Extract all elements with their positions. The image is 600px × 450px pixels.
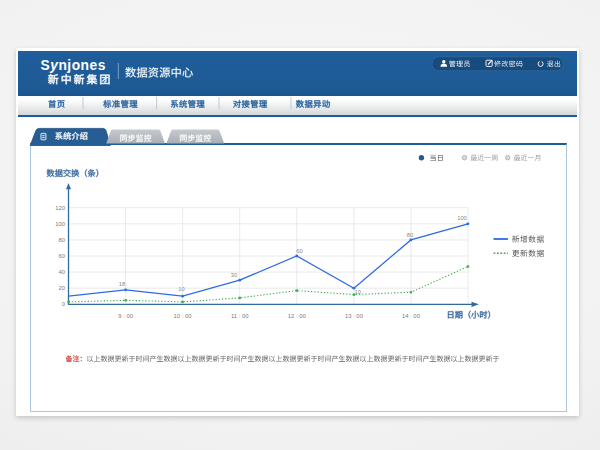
svg-text:10: 10 — [178, 286, 184, 292]
svg-text:40: 40 — [58, 269, 65, 275]
svg-text:12 : 00: 12 : 00 — [288, 313, 307, 319]
svg-text:60: 60 — [296, 248, 302, 254]
svg-text:30: 30 — [231, 272, 237, 278]
svg-text:100: 100 — [55, 221, 66, 227]
svg-text:18: 18 — [119, 281, 125, 287]
svg-text:80: 80 — [58, 237, 65, 243]
svg-text:11 : 00: 11 : 00 — [231, 313, 249, 319]
svg-text:120: 120 — [55, 205, 66, 211]
svg-text:10 : 00: 10 : 00 — [174, 313, 193, 319]
svg-text:60: 60 — [58, 253, 65, 259]
svg-text:0: 0 — [62, 301, 66, 307]
svg-text:80: 80 — [407, 232, 413, 238]
svg-text:13 : 00: 13 : 00 — [345, 313, 364, 319]
svg-text:100: 100 — [457, 215, 467, 221]
svg-text:9 : 00: 9 : 00 — [118, 313, 133, 319]
svg-text:10: 10 — [355, 289, 361, 295]
svg-text:14 : 00: 14 : 00 — [402, 313, 421, 319]
svg-text:20: 20 — [58, 285, 65, 291]
